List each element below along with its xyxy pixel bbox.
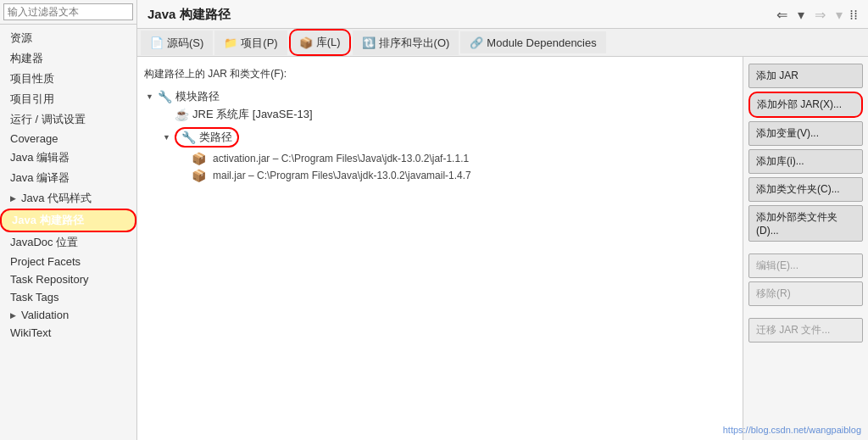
- classpath-toggle-icon: ▼: [163, 133, 171, 142]
- content-area: 构建路径上的 JAR 和类文件(F): ▼ 🔧 模块路径: [137, 57, 868, 440]
- tab-label-0: 源码(S): [167, 36, 203, 51]
- jar-item-0: 📦 activation.jar – C:\Program Files\Java…: [178, 150, 736, 167]
- page-title: Java 构建路径: [147, 7, 231, 23]
- action-btn-6: 编辑(E)...: [748, 253, 863, 278]
- jre-row[interactable]: ☕ JRE 系统库 [JavaSE-13]: [161, 106, 736, 123]
- tab-icon-0: 📄: [150, 36, 164, 49]
- back-dropdown-button[interactable]: ▾: [794, 5, 808, 25]
- sidebar-item-1[interactable]: 构建器: [0, 48, 136, 69]
- module-icon: 🔧: [158, 90, 172, 103]
- jre-icon: ☕: [175, 108, 189, 121]
- forward-button[interactable]: ⇒: [811, 5, 829, 25]
- module-children: ☕ JRE 系统库 [JavaSE-13] ▼ 🔧 类路径: [144, 105, 736, 185]
- main-header: Java 构建路径 ⇐ ▾ ⇒ ▾ ⁞⁞: [137, 0, 868, 29]
- sidebar-item-14[interactable]: Validation: [0, 306, 136, 324]
- tab-0[interactable]: 📄源码(S): [141, 31, 213, 55]
- jar-item-1: 📦 mail.jar – C:\Program Files\Java\jdk-1…: [178, 167, 736, 184]
- back-button[interactable]: ⇐: [773, 5, 791, 25]
- action-btn-7: 移除(R): [748, 281, 863, 306]
- action-btn-1[interactable]: 添加外部 JAR(X)...: [748, 92, 863, 118]
- module-toggle-icon: ▼: [146, 92, 154, 101]
- tab-2[interactable]: 📦库(L): [289, 29, 351, 56]
- jar-path-0: activation.jar – C:\Program Files\Java\j…: [209, 153, 469, 164]
- action-btn-5[interactable]: 添加外部类文件夹(D)...: [748, 205, 863, 242]
- sidebar-items-list: 资源构建器项目性质项目引用运行 / 调试设置CoverageJava 编辑器Ja…: [0, 25, 136, 440]
- sidebar-item-12[interactable]: Task Repository: [0, 270, 136, 288]
- sidebar-item-15[interactable]: WikiText: [0, 324, 136, 342]
- jar-icon-1: 📦: [192, 169, 206, 182]
- jar-description: 构建路径上的 JAR 和类文件(F):: [144, 64, 736, 86]
- action-btn-0[interactable]: 添加 JAR: [748, 64, 863, 88]
- tab-icon-3: 🔃: [362, 36, 376, 49]
- jar-path-1: mail.jar – C:\Program Files\Java\jdk-13.…: [209, 170, 471, 181]
- action-btn-3[interactable]: 添加库(i)...: [748, 149, 863, 174]
- tab-icon-1: 📁: [224, 36, 237, 49]
- sidebar-item-2[interactable]: 项目性质: [0, 69, 136, 89]
- jar-icon-0: 📦: [192, 152, 206, 165]
- filter-input[interactable]: [3, 3, 133, 20]
- module-path-item: ▼ 🔧 模块路径 ☕ JRE 系统库 [JavaSE-13]: [144, 86, 736, 187]
- sidebar-item-0[interactable]: 资源: [0, 28, 136, 48]
- sidebar-item-8[interactable]: Java 代码样式: [0, 188, 136, 209]
- tab-label-3: 排序和导出(O): [379, 36, 450, 51]
- jre-label: JRE 系统库 [JavaSE-13]: [192, 107, 313, 122]
- header-actions: ⇐ ▾ ⇒ ▾ ⁞⁞: [773, 5, 858, 25]
- action-btn-2[interactable]: 添加变量(V)...: [748, 121, 863, 146]
- sidebar-item-7[interactable]: Java 编译器: [0, 168, 136, 188]
- module-label: 模块路径: [175, 89, 220, 104]
- tab-label-2: 库(L): [316, 35, 341, 50]
- jar-row-1[interactable]: 📦 mail.jar – C:\Program Files\Java\jdk-1…: [178, 168, 736, 183]
- sidebar-item-11[interactable]: Project Facets: [0, 253, 136, 270]
- classpath-icon: 🔧: [181, 131, 196, 144]
- module-path-row[interactable]: ▼ 🔧 模块路径: [144, 88, 736, 105]
- jar-row-0[interactable]: 📦 activation.jar – C:\Program Files\Java…: [178, 151, 736, 166]
- tabs-bar: 📄源码(S)📁项目(P)📦库(L)🔃排序和导出(O)🔗Module Depend…: [137, 29, 868, 57]
- sidebar-item-4[interactable]: 运行 / 调试设置: [0, 109, 136, 130]
- jre-item: ☕ JRE 系统库 [JavaSE-13]: [161, 105, 736, 124]
- sidebar-item-3[interactable]: 项目引用: [0, 89, 136, 109]
- sidebar-item-5[interactable]: Coverage: [0, 130, 136, 148]
- tab-icon-4: 🔗: [470, 36, 483, 49]
- sidebar-item-13[interactable]: Task Tags: [0, 288, 136, 306]
- module-tree: ▼ 🔧 模块路径 ☕ JRE 系统库 [JavaSE-13]: [144, 86, 736, 187]
- buttons-panel: 添加 JAR添加外部 JAR(X)...添加变量(V)...添加库(i)...添…: [743, 57, 868, 440]
- classpath-item: ▼ 🔧 类路径 📦 activation.jar – C:\Program Fi…: [161, 124, 736, 185]
- classpath-highlighted-row[interactable]: 🔧 类路径: [175, 127, 239, 148]
- tab-4[interactable]: 🔗Module Dependencies: [460, 31, 605, 53]
- tab-label-4: Module Dependencies: [487, 36, 596, 49]
- tab-3[interactable]: 🔃排序和导出(O): [353, 31, 459, 55]
- action-btn-8: 迁移 JAR 文件...: [748, 318, 863, 343]
- action-btn-4[interactable]: 添加类文件夹(C)...: [748, 177, 863, 202]
- tab-label-1: 项目(P): [241, 36, 277, 51]
- sidebar: 资源构建器项目性质项目引用运行 / 调试设置CoverageJava 编辑器Ja…: [0, 0, 137, 440]
- sidebar-item-10[interactable]: JavaDoc 位置: [0, 232, 136, 253]
- watermark: https://blog.csdn.net/wangpaiblog: [723, 425, 861, 435]
- sidebar-item-9[interactable]: Java 构建路径: [0, 209, 136, 232]
- main-panel: Java 构建路径 ⇐ ▾ ⇒ ▾ ⁞⁞ 📄源码(S)📁项目(P)📦库(L)🔃排…: [137, 0, 868, 440]
- forward-dropdown-button[interactable]: ▾: [832, 5, 846, 25]
- sidebar-item-6[interactable]: Java 编辑器: [0, 148, 136, 168]
- classpath-label: 类路径: [199, 130, 232, 145]
- filter-area: [0, 0, 136, 25]
- tree-panel: 构建路径上的 JAR 和类文件(F): ▼ 🔧 模块路径: [137, 57, 743, 440]
- classpath-row-outer[interactable]: ▼ 🔧 类路径: [161, 126, 736, 148]
- tab-icon-2: 📦: [299, 36, 313, 49]
- tab-1[interactable]: 📁项目(P): [214, 31, 287, 55]
- jar-list: 📦 activation.jar – C:\Program Files\Java…: [161, 150, 736, 184]
- more-options-icon[interactable]: ⁞⁞: [849, 7, 858, 23]
